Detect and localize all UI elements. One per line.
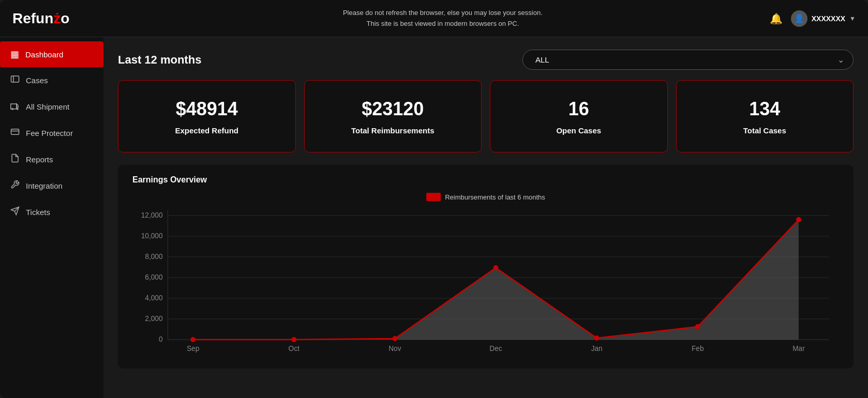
- svg-text:8,000: 8,000: [145, 252, 162, 261]
- app-logo: Refunżo: [12, 10, 116, 27]
- sidebar-label-cases: Cases: [26, 76, 48, 85]
- svg-text:Jan: Jan: [591, 344, 603, 353]
- bell-icon[interactable]: 🔔: [770, 12, 783, 25]
- expected-refund-value: $48914: [176, 98, 238, 120]
- svg-point-4: [17, 109, 18, 110]
- svg-marker-24: [193, 220, 799, 340]
- cases-icon: [10, 74, 20, 86]
- shipment-icon: [10, 101, 20, 113]
- sidebar-item-reports[interactable]: Reports: [0, 146, 103, 173]
- total-cases-value: 134: [749, 98, 780, 120]
- tickets-icon: [10, 206, 20, 218]
- period-label: Last 12 months: [118, 53, 201, 67]
- svg-text:10,000: 10,000: [141, 232, 163, 240]
- svg-rect-2: [11, 104, 17, 109]
- sidebar-item-integration[interactable]: Integration: [0, 173, 103, 199]
- sidebar-item-dashboard[interactable]: ▦ Dashboard: [0, 41, 103, 67]
- sidebar-label-reports: Reports: [26, 155, 53, 164]
- svg-point-31: [796, 217, 801, 222]
- sidebar-item-cases[interactable]: Cases: [0, 67, 103, 94]
- sidebar-label-dashboard: Dashboard: [25, 50, 63, 59]
- svg-text:Mar: Mar: [792, 344, 805, 353]
- sidebar-label-all-shipment: All Shipment: [26, 102, 69, 111]
- sidebar-label-integration: Integration: [26, 181, 63, 190]
- sidebar-item-fee-protector[interactable]: Fee Protector: [0, 120, 103, 146]
- dashboard-icon: ▦: [10, 49, 19, 60]
- main-content: Last 12 months ALL $48914 Expected Refun…: [103, 37, 868, 398]
- stat-card-open-cases: 16 Open Cases: [490, 80, 668, 152]
- sidebar-item-tickets[interactable]: Tickets: [0, 199, 103, 225]
- svg-text:12,000: 12,000: [141, 211, 163, 219]
- sidebar-label-fee-protector: Fee Protector: [26, 129, 73, 137]
- expected-refund-label: Expected Refund: [175, 126, 238, 135]
- reports-icon: [10, 154, 20, 165]
- open-cases-label: Open Cases: [556, 126, 601, 135]
- top-bar: Last 12 months ALL: [118, 50, 854, 70]
- svg-text:4,000: 4,000: [145, 294, 162, 302]
- fee-protector-icon: [10, 127, 20, 139]
- svg-text:Dec: Dec: [489, 344, 502, 353]
- svg-point-28: [493, 265, 499, 270]
- total-reimbursements-label: Total Reimbursements: [351, 126, 435, 135]
- chart-container: Earnings Overview Reimbursements of last…: [118, 165, 854, 369]
- legend-label: Reimbursements of last 6 months: [445, 193, 545, 201]
- svg-point-30: [695, 324, 700, 329]
- stat-card-total-reimbursements: $23120 Total Reimbursements: [304, 80, 482, 152]
- sidebar: ▦ Dashboard Cases All Shipment Fee Prote…: [0, 37, 103, 398]
- stats-grid: $48914 Expected Refund $23120 Total Reim…: [118, 80, 854, 152]
- filter-select[interactable]: ALL: [522, 50, 854, 70]
- svg-point-29: [594, 335, 600, 341]
- header-notice: Please do not refresh the browser, else …: [116, 8, 770, 29]
- svg-text:Nov: Nov: [388, 344, 401, 353]
- svg-rect-0: [11, 76, 19, 82]
- user-menu[interactable]: 👤 XXXXXXX ▼: [791, 10, 856, 27]
- svg-point-26: [291, 337, 296, 342]
- total-reimbursements-value: $23120: [362, 98, 424, 120]
- svg-point-25: [190, 337, 196, 342]
- sidebar-label-tickets: Tickets: [26, 208, 50, 217]
- chevron-down-icon: ▼: [849, 15, 856, 22]
- notice-line1: Please do not refresh the browser, else …: [116, 8, 770, 19]
- avatar: 👤: [791, 10, 807, 27]
- svg-text:Sep: Sep: [187, 344, 200, 353]
- svg-point-27: [392, 336, 397, 341]
- earnings-chart: 0 2,000 4,000 6,000 8,000 10,000 12,000: [132, 205, 839, 360]
- chart-area: 0 2,000 4,000 6,000 8,000 10,000 12,000: [132, 205, 839, 360]
- app-header: Refunżo Please do not refresh the browse…: [0, 0, 868, 37]
- svg-text:2,000: 2,000: [145, 314, 162, 323]
- chart-title: Earnings Overview: [132, 175, 839, 185]
- svg-rect-5: [11, 129, 19, 135]
- svg-text:Oct: Oct: [289, 344, 300, 353]
- svg-text:6,000: 6,000: [145, 273, 162, 281]
- logo-accent: ż: [53, 10, 61, 26]
- total-cases-label: Total Cases: [743, 126, 786, 135]
- username: XXXXXXX: [812, 14, 845, 23]
- legend-color-box: [426, 193, 441, 201]
- chart-legend: Reimbursements of last 6 months: [132, 193, 839, 201]
- open-cases-value: 16: [568, 98, 589, 120]
- filter-wrapper: ALL: [522, 50, 854, 70]
- stat-card-expected-refund: $48914 Expected Refund: [118, 80, 296, 152]
- header-right: 🔔 👤 XXXXXXX ▼: [770, 10, 856, 27]
- svg-text:Feb: Feb: [692, 344, 704, 353]
- app-body: ▦ Dashboard Cases All Shipment Fee Prote…: [0, 37, 868, 398]
- integration-icon: [10, 180, 20, 192]
- stat-card-total-cases: 134 Total Cases: [676, 80, 854, 152]
- sidebar-item-all-shipment[interactable]: All Shipment: [0, 94, 103, 120]
- svg-text:0: 0: [159, 335, 163, 343]
- notice-line2: This site is best viewed in modern brows…: [116, 19, 770, 29]
